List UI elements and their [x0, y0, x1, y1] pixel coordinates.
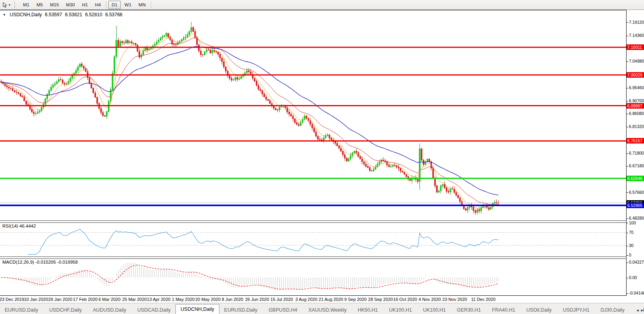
macd-name: MACD(12,26,9) — [2, 260, 34, 264]
timeframe-button-h1[interactable]: H1 — [79, 1, 91, 9]
rsi-panel-splitter[interactable] — [0, 220, 627, 221]
chart-tab-eurusd-daily[interactable]: EURUSD,Daily — [0, 306, 43, 314]
price-axis-tick: 6.67180 — [627, 163, 644, 168]
price-tick-label: 7.14360 — [629, 33, 644, 38]
ohlc-high: 6.53821 — [65, 12, 82, 17]
price-line-label: 6.62646 — [627, 176, 644, 181]
price-axis-tick: 6.57660 — [627, 190, 644, 195]
timeframe-button-m30[interactable]: M30 — [63, 1, 78, 9]
toolbar-separator — [106, 2, 106, 8]
macd-label: MACD(12,26,9) -0.015205 -0.019958 — [2, 260, 78, 264]
price-line-label: 7.10011 — [627, 44, 644, 50]
date-axis[interactable]: 23 Dec 201910 Jan 202029 Jan 202017 Feb … — [0, 296, 627, 303]
timeframe-button-d1[interactable]: D1 — [108, 1, 121, 9]
price-axis-tick: 6.90700 — [627, 98, 644, 103]
price-tick-label: 6.71800 — [629, 151, 644, 155]
chevron-down-icon[interactable]: ▾ — [9, 3, 10, 7]
price-axis-tick: 6.81320 — [627, 124, 644, 129]
chart-tab-usdcad-daily[interactable]: USDCAD,Daily — [133, 306, 175, 314]
tick-mark — [627, 36, 628, 36]
chart-tab-ger30-h1[interactable]: GER30,H1 — [452, 306, 486, 314]
macd-panel-top-border — [0, 258, 627, 259]
chart-tab-usdjpy-h1[interactable]: USDJPY,H1 — [558, 306, 594, 314]
rsi-name: RSI(14) — [2, 224, 18, 228]
price-axis-tick: 7.19120 — [627, 20, 644, 25]
cursor-pointer-icon — [2, 2, 8, 8]
price-line-label: 6.76157 — [627, 138, 644, 144]
price-tick-label: 6.90700 — [629, 98, 644, 103]
chart-tab-eurusd-daily[interactable]: EURUSD,Daily — [219, 306, 262, 314]
tick-mark — [627, 218, 628, 219]
price-axis[interactable]: 7.191207.143607.049806.954606.907006.860… — [627, 10, 644, 296]
tick-mark — [627, 127, 628, 127]
rsi-label: RSI(14) 46.4442 — [2, 224, 36, 228]
tick-mark — [627, 101, 628, 101]
price-tick-label: 6.81320 — [629, 124, 644, 129]
tick-mark — [627, 88, 628, 88]
collapse-triangle-icon[interactable]: ▼ — [3, 13, 6, 17]
ohlc-open: 6.53597 — [45, 12, 62, 17]
mt4-window: ▾ M1M5M15M30H1H4D1W1MN ▼ USDCNH,Daily 6.… — [0, 0, 644, 314]
price-tick-label: 6.86080 — [629, 111, 644, 116]
macd-axis-tick: 0.042275 — [627, 260, 644, 264]
timeframe-button-mn[interactable]: MN — [135, 1, 149, 9]
cursor-tool-button[interactable]: ▾ — [1, 1, 12, 9]
chart-tab-hk50-h1[interactable]: HK50,H1 — [353, 306, 383, 314]
tick-mark — [627, 153, 628, 154]
chart-tab-usoil-daily[interactable]: USOil,Daily — [521, 306, 556, 314]
tabs-scroll-right-icon[interactable]: ▸ — [641, 308, 643, 313]
price-axis-tick: 6.71800 — [627, 151, 644, 155]
tick-mark — [627, 192, 628, 193]
timeframe-button-w1[interactable]: W1 — [121, 1, 135, 9]
rsi-axis-tick: 100 — [627, 220, 636, 225]
rsi-axis-tick: 70 — [627, 230, 634, 235]
chart-title: ▼ USDCNH,Daily 6.53597 6.53821 6.52810 6… — [3, 12, 124, 17]
rsi-axis-tick: 0 — [627, 253, 631, 257]
price-axis-tick: 6.95460 — [627, 85, 644, 90]
chart-tab-audusd-daily[interactable]: AUDUSD,Daily — [88, 306, 131, 314]
timeframe-button-m5[interactable]: M5 — [33, 1, 46, 9]
price-tick-label: 6.95460 — [629, 85, 644, 90]
price-line-label: 6.88897 — [627, 103, 644, 109]
macd-panel-splitter[interactable] — [0, 257, 627, 257]
symbol-period-label: USDCNH,Daily — [10, 12, 42, 17]
price-axis-tick: 6.86080 — [627, 111, 644, 116]
timeframe-button-m1[interactable]: M1 — [20, 1, 33, 9]
price-line-label: 6.52865 — [627, 203, 644, 208]
toolbar-grip-handle[interactable] — [14, 2, 16, 8]
macd-axis-tick: 0.00 — [627, 275, 637, 280]
rsi-axis-tick: 30 — [627, 243, 634, 248]
price-axis-tick: 7.14360 — [627, 33, 644, 38]
tabs-scroll-left-icon[interactable]: ◂ — [636, 308, 639, 313]
ohlc-close: 6.53766 — [105, 12, 122, 17]
price-tick-label: 6.48280 — [629, 216, 644, 220]
tick-mark — [627, 114, 628, 114]
tick-mark — [627, 22, 628, 23]
toolbar-separator — [151, 2, 151, 8]
price-tick-label: 6.67180 — [629, 163, 644, 168]
rsi-current-value: 46.4442 — [19, 224, 36, 228]
chart-tab-fra40-h1[interactable]: FRA40,H1 — [487, 306, 520, 314]
chart-tab-uk100-h1[interactable]: UK100,H1 — [418, 306, 451, 314]
timeframe-button-m15[interactable]: M15 — [47, 1, 62, 9]
chart-tab-gbpusd-h4[interactable]: GBPUSD,H4 — [264, 306, 302, 314]
macd-current-value: -0.015205 — [35, 260, 56, 264]
tab-scroll-controls: ◂▸ — [635, 308, 643, 313]
chart-tab-xauusd-weekly[interactable]: XAUUSD,Weekly — [304, 306, 351, 314]
tick-mark — [627, 166, 628, 167]
tick-mark — [627, 61, 628, 62]
chart-tab-dj30-daily[interactable]: DJ30,Daily — [596, 306, 629, 314]
macd-axis-tick: -0.04148 — [627, 291, 644, 295]
timeframe-button-h4[interactable]: H4 — [92, 1, 104, 9]
price-tick-label: 7.04980 — [629, 59, 644, 63]
chart-tab-usdcnh-daily[interactable]: USDCNH,Daily — [175, 304, 219, 314]
price-line-label: 7.00029 — [627, 72, 644, 78]
chart-tab-uk100-h1[interactable]: UK100,H1 — [384, 306, 417, 314]
rsi-panel-top-border — [0, 222, 627, 223]
price-axis-tick: 6.48280 — [627, 216, 644, 220]
price-tick-label: 6.57660 — [629, 190, 644, 195]
timeframe-toolbar: ▾ M1M5M15M30H1H4D1W1MN — [0, 0, 644, 10]
chart-tab-usdchf-daily[interactable]: USDCHF,Daily — [44, 306, 87, 314]
price-chart-canvas[interactable] — [0, 10, 626, 296]
price-tick-label: 7.19120 — [629, 20, 644, 25]
